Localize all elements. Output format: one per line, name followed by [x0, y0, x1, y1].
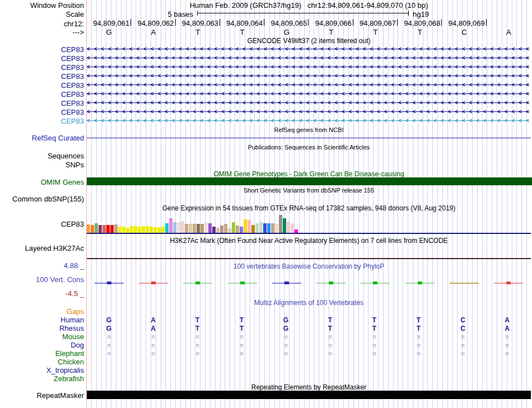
conservation-column[interactable]	[220, 280, 264, 286]
base-row[interactable]: GATTGTTTCA	[87, 28, 531, 36]
gtex-bar[interactable]	[142, 226, 145, 233]
gtex-bar[interactable]	[138, 227, 141, 233]
gtex-bar[interactable]	[236, 226, 239, 233]
gene-row[interactable]: CEP83<<<<<<<<<<<<<<<<<<<<<<<<<<<<<<<<<<<…	[0, 107, 532, 116]
snps-label[interactable]: SNPs	[0, 161, 84, 169]
position-row[interactable]: 94,809,06194,809,06294,809,06394,809,064…	[87, 19, 531, 27]
gene-row[interactable]: CEP83<<<<<<<<<<<<<<<<<<<<<<<<<<<<<<<<<<<…	[0, 81, 532, 90]
gtex-bar[interactable]	[134, 226, 137, 233]
gtex-bar[interactable]	[232, 222, 235, 233]
gtex-bar[interactable]	[267, 223, 270, 233]
gene-label[interactable]: CEP83	[0, 81, 84, 90]
gtex-bar[interactable]	[224, 224, 227, 233]
gtex-bar[interactable]	[193, 224, 196, 233]
conservation-column[interactable]	[309, 280, 353, 286]
gtex-bar[interactable]	[102, 225, 106, 233]
gtex-bar[interactable]	[161, 227, 165, 233]
gtex-bar[interactable]	[240, 227, 243, 233]
species-label[interactable]: Dog	[0, 341, 84, 349]
gtex-bar[interactable]	[287, 222, 290, 233]
gtex-bar[interactable]	[259, 222, 263, 233]
multiz-row[interactable]: Dog==========	[0, 341, 532, 349]
gene-label[interactable]: CEP83	[0, 108, 84, 116]
gtex-bar[interactable]	[220, 226, 223, 233]
gtex-bar[interactable]	[244, 219, 247, 233]
multiz-row[interactable]: Chicken	[0, 358, 532, 366]
species-label[interactable]: Mouse	[0, 332, 84, 341]
gene-arrow-line[interactable]: <<<<<<<<<<<<<<<<<<<<<<<<<<<<<<<<<<<<<<<<…	[87, 90, 529, 99]
species-label[interactable]: Gaps	[0, 307, 84, 316]
h3k27ac-baseline[interactable]	[87, 258, 531, 259]
gtex-bar[interactable]	[126, 228, 129, 233]
conservation-column[interactable]	[176, 280, 220, 286]
gene-arrow-line[interactable]: <<<<<<<<<<<<<<<<<<<<<<<<<<<<<<<<<<<<<<<<…	[87, 54, 529, 63]
conservation-track-label[interactable]: 100 Vert. Cons	[0, 275, 84, 284]
gtex-gene-label[interactable]: CEP83	[0, 220, 84, 228]
gtex-bar[interactable]	[99, 225, 102, 233]
conservation-column[interactable]	[264, 280, 309, 286]
conservation-wiggle[interactable]	[87, 280, 531, 286]
gene-row[interactable]: CEP83<<<<<<<<<<<<<<<<<<<<<<<<<<<<<<<<<<<…	[0, 54, 532, 63]
gene-row[interactable]: CEP83<<<<<<<<<<<<<<<<<<<<<<<<<<<<<<<<<<<…	[0, 63, 532, 72]
gtex-baseline[interactable]	[87, 233, 531, 234]
gtex-bar[interactable]	[185, 224, 188, 233]
gene-arrow-line[interactable]: <<<<<<<<<<<<<<<<<<<<<<<<<<<<<<<<<<<<<<<<…	[87, 81, 529, 90]
conservation-column[interactable]	[487, 280, 531, 286]
gtex-bar[interactable]	[157, 227, 161, 233]
gene-arrow-line[interactable]: <<<<<<<<<<<<<<<<<<<<<<<<<<<<<<<<<<<<<<<<…	[87, 116, 529, 125]
gtex-bar[interactable]	[177, 222, 180, 233]
gtex-bar[interactable]	[118, 227, 122, 233]
gtex-bar[interactable]	[263, 223, 267, 233]
multiz-row[interactable]: Mouse==========	[0, 332, 532, 341]
gene-label[interactable]: CEP83	[0, 63, 84, 72]
gtex-bar[interactable]	[95, 223, 98, 233]
omim-genes-label[interactable]: OMIM Genes	[0, 178, 84, 186]
gtex-bar[interactable]	[165, 223, 169, 233]
gtex-bar[interactable]	[291, 223, 294, 233]
gtex-bar[interactable]	[251, 225, 255, 233]
omim-gene-bar[interactable]	[87, 177, 532, 185]
gtex-bar[interactable]	[87, 224, 90, 233]
gtex-bar[interactable]	[114, 224, 118, 233]
refseq-curated-label[interactable]: RefSeq Curated	[0, 134, 84, 142]
gtex-bar[interactable]	[248, 220, 251, 233]
gtex-bar[interactable]	[212, 227, 216, 233]
gtex-bar[interactable]	[255, 223, 259, 233]
gene-arrow-line[interactable]: <<<<<<<<<<<<<<<<<<<<<<<<<<<<<<<<<<<<<<<<…	[87, 99, 529, 107]
conservation-column[interactable]	[131, 280, 175, 286]
gtex-bar[interactable]	[130, 226, 133, 233]
gene-label[interactable]: CEP83	[0, 99, 84, 107]
gtex-bar[interactable]	[110, 225, 114, 233]
gtex-bar[interactable]	[173, 222, 176, 233]
gtex-bar[interactable]	[228, 228, 231, 233]
multiz-alignment-track[interactable]: GapsHumanGATTGTTTCARhesusGATTGTTTCAMouse…	[0, 307, 532, 383]
gtex-bar[interactable]	[122, 227, 125, 233]
repeatmasker-label[interactable]: RepeatMasker	[0, 391, 84, 400]
multiz-row[interactable]: X_tropicalis	[0, 366, 532, 374]
gtex-bar[interactable]	[189, 224, 192, 233]
species-label[interactable]: Elephant	[0, 349, 84, 358]
multiz-row[interactable]: HumanGATTGTTTCA	[0, 316, 532, 324]
dbsnp-label[interactable]: Common dbSNP(155)	[0, 195, 84, 203]
gtex-bar[interactable]	[283, 218, 286, 233]
gtex-bar[interactable]	[216, 228, 220, 233]
refseq-gene-line[interactable]	[87, 138, 531, 138]
gtex-bar[interactable]	[200, 224, 204, 233]
gtex-bar[interactable]	[169, 218, 172, 233]
gene-arrow-line[interactable]: <<<<<<<<<<<<<<<<<<<<<<<<<<<<<<<<<<<<<<<<…	[87, 107, 529, 116]
gtex-bar[interactable]	[204, 222, 208, 233]
gene-label[interactable]: CEP83	[0, 54, 84, 63]
gene-row[interactable]: CEP83<<<<<<<<<<<<<<<<<<<<<<<<<<<<<<<<<<<…	[0, 90, 532, 99]
multiz-row[interactable]: Zebrafish	[0, 374, 532, 383]
sequences-label[interactable]: Sequences	[0, 152, 84, 160]
species-label[interactable]: Zebrafish	[0, 374, 84, 383]
gene-label[interactable]: CEP83	[0, 45, 84, 54]
gtex-bar[interactable]	[279, 215, 282, 233]
gene-label[interactable]: CEP83	[0, 117, 84, 125]
gtex-bar[interactable]	[153, 227, 157, 233]
multiz-row[interactable]: Gaps	[0, 307, 532, 316]
gene-row[interactable]: CEP83<<<<<<<<<<<<<<<<<<<<<<<<<<<<<<<<<<<…	[0, 99, 532, 107]
gtex-bar[interactable]	[271, 223, 274, 233]
conservation-column[interactable]	[87, 280, 131, 286]
conservation-column[interactable]	[353, 280, 398, 286]
